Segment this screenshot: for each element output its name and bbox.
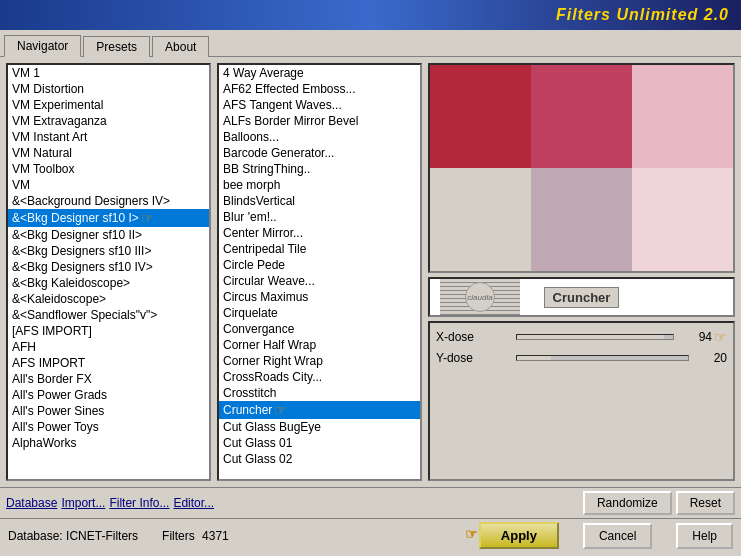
list-item[interactable]: Balloons... <box>219 129 420 145</box>
list-item[interactable]: &<Background Designers IV> <box>8 193 209 209</box>
list-item[interactable]: Cut Glass 02 <box>219 451 420 467</box>
list-item[interactable]: BlindsVertical <box>219 193 420 209</box>
list-item[interactable]: BB StringThing.. <box>219 161 420 177</box>
list-item[interactable]: Circular Weave... <box>219 273 420 289</box>
filters-status-value: 4371 <box>202 529 229 543</box>
list-item[interactable]: VM <box>8 177 209 193</box>
list-item[interactable]: All's Power Toys <box>8 419 209 435</box>
list-item[interactable]: VM Experimental <box>8 97 209 113</box>
list-item[interactable]: 4 Way Average <box>219 65 420 81</box>
bottom-action-bar: Database Import... Filter Info... Editor… <box>0 487 741 518</box>
list-item[interactable]: AlphaWorks <box>8 435 209 451</box>
list-item[interactable]: AFH <box>8 339 209 355</box>
x-dose-row: X-dose 94 ☞ <box>436 329 727 345</box>
list-item[interactable]: &<Bkg Designer sf10 II> <box>8 227 209 243</box>
list-item[interactable]: AF62 Effected Emboss... <box>219 81 420 97</box>
main-content: VM 1 VM Distortion VM Experimental VM Ex… <box>0 57 741 487</box>
list-item[interactable]: ALFs Border Mirror Bevel <box>219 113 420 129</box>
randomize-button[interactable]: Randomize <box>583 491 672 515</box>
apply-button[interactable]: Apply ☞ <box>479 522 559 549</box>
database-status-value: ICNET-Filters <box>66 529 138 543</box>
list-item[interactable]: VM Toolbox <box>8 161 209 177</box>
filter-name-area: claudia Cruncher <box>428 277 735 317</box>
list-item[interactable]: bee morph <box>219 177 420 193</box>
list-item[interactable]: Crosstitch <box>219 385 420 401</box>
list-item[interactable]: Cirquelate <box>219 305 420 321</box>
preview-cell-2 <box>531 65 632 168</box>
list-item[interactable]: VM Distortion <box>8 81 209 97</box>
list-item[interactable]: &<Bkg Designers sf10 III> <box>8 243 209 259</box>
list-item[interactable]: AFS Tangent Waves... <box>219 97 420 113</box>
database-status-label: Database: <box>8 529 63 543</box>
cancel-button[interactable]: Cancel <box>583 523 652 549</box>
title-bar: Filters Unlimited 2.0 <box>0 0 741 30</box>
app-title: Filters Unlimited 2.0 <box>556 6 729 24</box>
list-item-selected[interactable]: &<Bkg Designer sf10 I> ☞ <box>8 209 209 227</box>
list-item[interactable]: &<Kaleidoscope> <box>8 291 209 307</box>
list-item[interactable]: Cut Glass BugEye <box>219 419 420 435</box>
x-dose-value: 94 <box>682 330 712 344</box>
import-link[interactable]: Import... <box>61 496 105 510</box>
tab-navigator[interactable]: Navigator <box>4 35 81 57</box>
database-status: Database: ICNET-Filters <box>8 529 138 543</box>
tabs-bar: Navigator Presets About <box>0 30 741 57</box>
filters-status-label: Filters <box>162 529 195 543</box>
list-item[interactable]: &<Bkg Kaleidoscope> <box>8 275 209 291</box>
y-dose-label: Y-dose <box>436 351 516 365</box>
preview-cell-6 <box>632 168 733 271</box>
current-filter-name: Cruncher <box>544 287 620 308</box>
database-link[interactable]: Database <box>6 496 57 510</box>
list-item[interactable]: VM 1 <box>8 65 209 81</box>
list-item[interactable]: Cut Glass 01 <box>219 435 420 451</box>
list-item[interactable]: Corner Right Wrap <box>219 353 420 369</box>
list-item[interactable]: CrossRoads City... <box>219 369 420 385</box>
list-item[interactable]: &<Bkg Designers sf10 IV> <box>8 259 209 275</box>
preview-cell-5 <box>531 168 632 271</box>
claudia-badge: claudia <box>465 282 495 312</box>
preview-cell-4 <box>430 168 531 271</box>
list-item[interactable]: All's Power Grads <box>8 387 209 403</box>
y-dose-value: 20 <box>697 351 727 365</box>
hand-cursor-icon-apply: ☞ <box>465 526 478 542</box>
list-item[interactable]: &<Sandflower Specials"v"> <box>8 307 209 323</box>
right-panel: claudia Cruncher X-dose 94 ☞ Y-dose 20 <box>428 63 735 481</box>
list-item[interactable]: Corner Half Wrap <box>219 337 420 353</box>
parameters-area: X-dose 94 ☞ Y-dose 20 <box>428 321 735 481</box>
y-dose-slider[interactable] <box>516 355 689 361</box>
list-item[interactable]: Center Mirror... <box>219 225 420 241</box>
list-item[interactable]: Convergance <box>219 321 420 337</box>
hand-cursor-icon-xdose: ☞ <box>714 329 727 345</box>
filter-info-link[interactable]: Filter Info... <box>109 496 169 510</box>
list-item[interactable]: VM Extravaganza <box>8 113 209 129</box>
list-item[interactable]: [AFS IMPORT] <box>8 323 209 339</box>
hand-cursor-icon: ☞ <box>141 210 154 226</box>
filter-list[interactable]: 4 Way Average AF62 Effected Emboss... AF… <box>217 63 422 481</box>
filters-status: Filters 4371 <box>162 529 229 543</box>
preview-cell-3 <box>632 65 733 168</box>
tab-about[interactable]: About <box>152 36 209 57</box>
list-item[interactable]: AFS IMPORT <box>8 355 209 371</box>
reset-button[interactable]: Reset <box>676 491 735 515</box>
list-item[interactable]: All's Power Sines <box>8 403 209 419</box>
hand-cursor-icon-filter: ☞ <box>274 402 287 418</box>
editor-link[interactable]: Editor... <box>173 496 214 510</box>
list-item[interactable]: Barcode Generator... <box>219 145 420 161</box>
category-list[interactable]: VM 1 VM Distortion VM Experimental VM Ex… <box>6 63 211 481</box>
list-item[interactable]: Blur 'em!.. <box>219 209 420 225</box>
x-dose-slider[interactable] <box>516 334 674 340</box>
preview-area <box>428 63 735 273</box>
preview-cell-1 <box>430 65 531 168</box>
list-item[interactable]: Circus Maximus <box>219 289 420 305</box>
x-dose-label: X-dose <box>436 330 516 344</box>
list-item[interactable]: All's Border FX <box>8 371 209 387</box>
list-item[interactable]: Centripedal Tile <box>219 241 420 257</box>
status-bar: Database: ICNET-Filters Filters 4371 App… <box>0 518 741 552</box>
tab-presets[interactable]: Presets <box>83 36 150 57</box>
list-item[interactable]: VM Instant Art <box>8 129 209 145</box>
y-dose-row: Y-dose 20 <box>436 351 727 365</box>
filter-list-selected[interactable]: Cruncher ☞ <box>219 401 420 419</box>
list-item[interactable]: VM Natural <box>8 145 209 161</box>
help-button[interactable]: Help <box>676 523 733 549</box>
list-item[interactable]: Circle Pede <box>219 257 420 273</box>
